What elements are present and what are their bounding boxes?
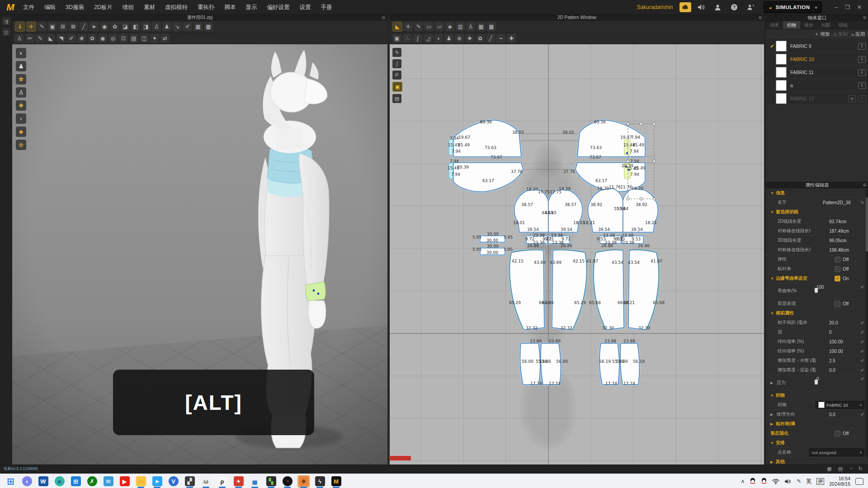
fabric-check-icon[interactable]: ✔ — [769, 43, 776, 49]
menu-item[interactable]: 缝纫 — [118, 0, 139, 14]
menu-item[interactable]: 脚本 — [219, 0, 241, 14]
selection-handle[interactable] — [653, 122, 656, 125]
section-label[interactable]: 被选择的线 — [776, 209, 864, 215]
pattern-piece[interactable] — [620, 343, 639, 385]
menu-item[interactable]: 3D服装 — [61, 0, 89, 14]
menu-item[interactable]: 虚拟模特 — [160, 0, 193, 14]
fabric-swatch[interactable] — [776, 80, 787, 91]
menu-item[interactable]: 编辑 — [39, 0, 61, 14]
selection-handle[interactable] — [627, 122, 629, 125]
tool-icon[interactable]: ◿ — [424, 34, 433, 43]
checkbox[interactable] — [835, 431, 840, 436]
name-field[interactable]: Pattern2D_36 — [823, 200, 858, 205]
save-fabric-icon[interactable]: ↧ — [858, 95, 866, 102]
display-toggle-icon[interactable]: ♙ — [16, 87, 26, 98]
fabric-row[interactable]: ✔FABRIC 9↧ — [766, 40, 868, 53]
section-label[interactable]: 信息 — [776, 190, 864, 196]
taskbar-marvelous[interactable]: M — [330, 475, 342, 488]
selection-handle[interactable] — [640, 197, 642, 200]
collapsed-panel-icon[interactable]: ▥ — [2, 28, 10, 36]
tool-icon[interactable]: ⇄ — [160, 34, 170, 43]
section-label[interactable]: 模拟属性 — [776, 310, 864, 316]
tool-icon[interactable]: ◈ — [445, 22, 454, 31]
tab-纽扣[interactable]: 纽扣 — [800, 21, 817, 29]
tool-icon[interactable]: ✦ — [150, 34, 159, 43]
tool-icon[interactable]: ◉ — [98, 34, 107, 43]
status-toggle-icon[interactable]: ▤ — [838, 466, 843, 472]
tool-icon[interactable]: ✿ — [476, 34, 485, 43]
tool-icon[interactable]: ⊞ — [58, 22, 67, 31]
prop-value[interactable]: 2.5 — [829, 358, 858, 363]
taskbar-omega[interactable]: ω — [200, 475, 212, 488]
tool-icon[interactable]: ➤ — [90, 22, 99, 31]
menu-item[interactable]: 手册 — [316, 0, 337, 14]
save-fabric-icon[interactable]: ↧ — [858, 56, 866, 63]
checkbox[interactable] — [835, 301, 840, 307]
lock-icon[interactable]: ◉ — [848, 95, 856, 102]
taskbar-clock[interactable]: 16:54 2024/8/15 — [829, 476, 850, 487]
2d-tool-toggle-icon[interactable]: ✎ — [392, 48, 401, 57]
edit-icon[interactable]: ✐ — [858, 412, 864, 417]
tool-icon[interactable]: ❀ — [77, 34, 86, 43]
tool-icon[interactable]: ⊕ — [455, 34, 464, 43]
menu-item[interactable]: 设置 — [294, 0, 316, 14]
tool-icon[interactable]: ✎ — [36, 34, 45, 43]
tool-icon[interactable]: ▩ — [204, 22, 213, 31]
tool-icon[interactable]: ▱ — [435, 22, 444, 31]
selection-handle[interactable] — [627, 197, 629, 200]
edit-icon[interactable]: ✐ — [858, 339, 864, 344]
collapsed-panel-icon[interactable]: ◨ — [2, 17, 10, 25]
fabric-row[interactable]: a↧ — [766, 79, 868, 92]
tool-icon[interactable]: ◣ — [392, 22, 402, 32]
fabric-row[interactable]: FABRIC 10↧ — [766, 53, 868, 66]
help-icon[interactable]: ? — [728, 2, 740, 12]
prop-value[interactable]: 0.0 — [829, 368, 858, 373]
section-label[interactable]: 安排 — [776, 440, 864, 446]
tool-icon[interactable]: ↘ — [173, 22, 182, 31]
save-fabric-icon[interactable]: ↧ — [858, 82, 866, 89]
restore-button[interactable]: ❐ — [845, 4, 850, 10]
taskbar-store[interactable]: ⊞ — [70, 475, 82, 488]
taskbar-youtube[interactable]: ▶ — [118, 475, 131, 488]
tool-icon[interactable]: ▩ — [487, 22, 496, 31]
minimize-button[interactable]: – — [835, 4, 838, 10]
tool-icon[interactable]: ◫ — [140, 34, 149, 43]
user-icon[interactable] — [712, 2, 724, 12]
taskbar-start[interactable]: ⊞ — [5, 475, 17, 488]
prop-value[interactable]: 0 — [829, 330, 858, 335]
tab-明线[interactable]: 明线 — [835, 21, 852, 29]
tool-icon[interactable]: ◧ — [131, 22, 140, 31]
tool-icon[interactable]: ✎ — [38, 22, 47, 31]
taskbar-chat[interactable]: ◖ — [21, 475, 33, 488]
2d-tool-toggle-icon[interactable]: ▣ — [392, 82, 402, 92]
taskbar-mpc[interactable]: ▞ — [184, 475, 196, 488]
tool-icon[interactable]: ✐ — [67, 34, 76, 43]
close-button[interactable]: ✕ — [857, 4, 862, 10]
avatar-add-icon[interactable]: + — [745, 2, 756, 12]
fabric-swatch[interactable] — [776, 93, 787, 104]
tool-icon[interactable]: ♙ — [15, 34, 24, 43]
popout-icon[interactable]: ⧉ — [759, 14, 762, 21]
tool-icon[interactable]: ♟ — [444, 34, 453, 43]
popout-icon[interactable]: ⧉ — [863, 14, 866, 21]
taskbar-xbox[interactable]: ✗ — [86, 475, 98, 488]
tool-icon[interactable]: ▣ — [48, 22, 57, 31]
section-arrow-icon[interactable]: ▼ — [770, 394, 776, 398]
menu-item[interactable]: 偏好设置 — [262, 0, 294, 14]
point-name-dropdown[interactable]: not assigned▾ — [809, 448, 864, 456]
status-toggle-icon[interactable]: ▦ — [827, 466, 831, 472]
prop-value[interactable]: 100.00 — [829, 339, 858, 344]
pen-icon[interactable]: ✎ — [797, 478, 801, 484]
menu-item[interactable]: 素材 — [139, 0, 160, 14]
taskbar-black-app[interactable]: ◔ — [281, 475, 293, 488]
qq-icon[interactable] — [750, 478, 756, 485]
tab-场景[interactable]: 场景 — [766, 21, 783, 29]
edit-icon[interactable]: ✐ — [858, 330, 864, 335]
copy-fabric-button[interactable]: ⧉复制 — [834, 31, 848, 38]
taskbar-edge[interactable]: e — [53, 475, 66, 488]
display-toggle-icon[interactable]: ❖ — [16, 100, 26, 111]
tool-icon[interactable]: ∴ — [403, 34, 412, 43]
display-toggle-icon[interactable]: ⊕ — [16, 140, 26, 150]
fabric-row[interactable]: FABRIC 12◉↧ — [766, 92, 868, 105]
2d-tool-toggle-icon[interactable]: ▤ — [392, 94, 401, 103]
